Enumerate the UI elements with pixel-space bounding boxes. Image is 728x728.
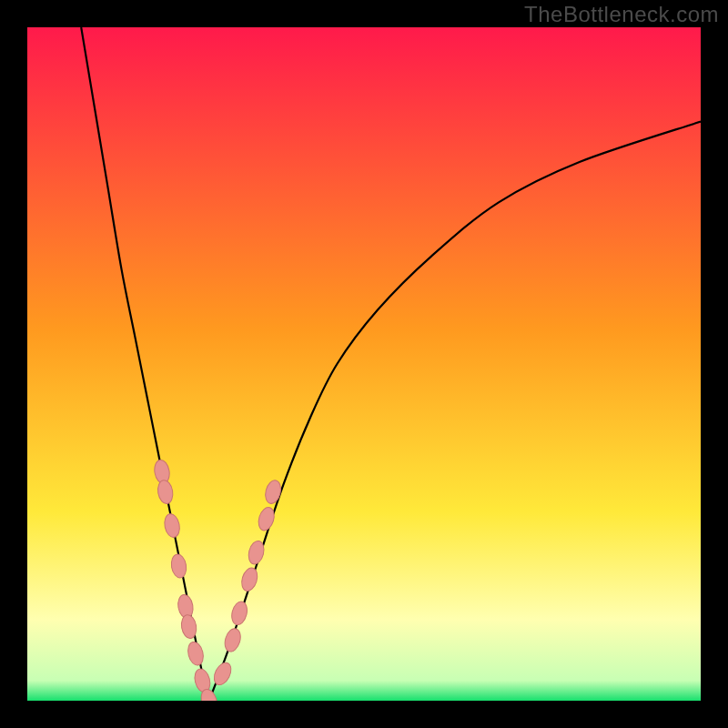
plot-area (27, 27, 701, 701)
marker-group (153, 459, 283, 701)
marker-point (169, 553, 187, 579)
marker-point (222, 627, 243, 654)
curve-layer (27, 27, 701, 701)
marker-point (157, 479, 175, 504)
marker-point (263, 479, 283, 505)
watermark-text: TheBottleneck.com (524, 2, 719, 27)
marker-point (163, 512, 182, 539)
marker-point (211, 660, 235, 687)
chart-stage: TheBottleneck.com (0, 0, 728, 728)
marker-point (239, 566, 260, 593)
marker-point (186, 641, 206, 667)
marker-point (229, 600, 249, 626)
curve-right-branch (209, 122, 701, 701)
marker-point (256, 505, 277, 532)
